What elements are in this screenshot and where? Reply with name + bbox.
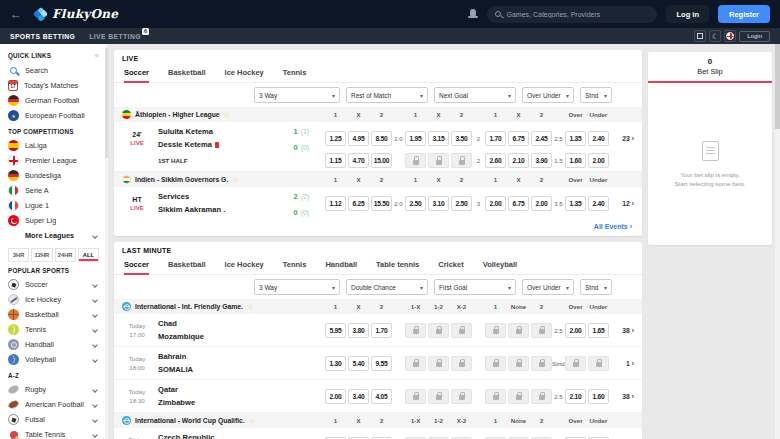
sport-american-football[interactable]: American Football (8, 397, 99, 412)
live-filter-over-under[interactable]: Over Under▾ (522, 87, 574, 103)
favorite-star-icon[interactable]: ☆ (224, 111, 231, 119)
all-events-link[interactable]: All Events › (594, 223, 632, 230)
language-flag-button[interactable] (724, 30, 736, 42)
live-tab-basketball[interactable]: Basketball (168, 64, 206, 82)
odd-button[interactable]: 3.10 (428, 196, 449, 211)
odd-button[interactable]: 2.40 (588, 131, 609, 146)
lm-tab-soccer[interactable]: Soccer (124, 256, 149, 274)
quick-link-search[interactable]: Search (8, 63, 99, 78)
odd-button[interactable]: 4.95 (348, 131, 369, 146)
global-search[interactable] (487, 6, 657, 23)
sidebar-scrollbar[interactable] (105, 44, 108, 439)
lm-tab-tennis[interactable]: Tennis (283, 256, 307, 274)
odd-button[interactable]: 1.12 (325, 196, 346, 211)
collapse-sidebar-icon[interactable]: « (95, 51, 99, 60)
team-name[interactable]: Services (158, 190, 274, 203)
odd-button[interactable]: 6.25 (348, 196, 369, 211)
competition-premier-league[interactable]: Premier League (8, 153, 99, 168)
competition-super-lig[interactable]: Super Lig (8, 213, 99, 228)
live-filter-stnd[interactable]: Stnd▾ (580, 87, 612, 103)
competition-bundesliga[interactable]: Bundesliga (8, 168, 99, 183)
notifications-bell-icon[interactable] (468, 9, 478, 19)
odd-button[interactable]: 3.50 (451, 131, 472, 146)
odd-button[interactable]: 1.70 (371, 323, 392, 338)
time-filter-all[interactable]: ALL (78, 248, 99, 262)
dark-mode-moon-icon[interactable]: ☾ (709, 30, 721, 42)
brand-logo[interactable]: FlukyOne (34, 7, 118, 21)
odd-button[interactable]: 1.60 (588, 389, 609, 404)
league-header[interactable]: Indien - Sikkim Governors G.☆1X21X21X2Ov… (114, 172, 642, 187)
fullscreen-icon[interactable] (694, 30, 706, 42)
odd-button[interactable]: 2.10 (565, 389, 586, 404)
quick-link-european-football[interactable]: European Football (8, 108, 99, 123)
odd-button[interactable]: 1.70 (485, 131, 506, 146)
odd-button[interactable]: 1.35 (565, 131, 586, 146)
lm-tab-basketball[interactable]: Basketball (168, 256, 206, 274)
sport-handball[interactable]: Handball (8, 337, 99, 352)
odd-button[interactable]: 2.00 (325, 389, 346, 404)
odd-button[interactable]: 15.50 (371, 196, 392, 211)
more-markets-link[interactable]: 23 › (609, 135, 634, 142)
live-tab-ice-hockey[interactable]: Ice Hockey (225, 64, 264, 82)
sport-table-tennis[interactable]: Table Tennis (8, 427, 99, 439)
odd-button[interactable]: 5.95 (325, 323, 346, 338)
lm-tab-volleyball[interactable]: Volleyball (483, 256, 517, 274)
team-name[interactable]: Bahrain (158, 350, 312, 363)
lm-filter-stnd[interactable]: Stnd▾ (580, 279, 612, 295)
favorite-star-icon[interactable]: ☆ (232, 176, 239, 184)
odd-button[interactable]: 2.45 (531, 131, 552, 146)
odd-button[interactable]: 3.15 (428, 131, 449, 146)
register-button[interactable]: Register (718, 5, 770, 23)
team-name[interactable]: Zimbabwe (158, 396, 312, 409)
odd-button[interactable]: 2.10 (508, 153, 529, 168)
odd-button[interactable]: 2.60 (485, 153, 506, 168)
odd-button[interactable]: 2.50 (405, 196, 426, 211)
sport-futsal[interactable]: Futsal (8, 412, 99, 427)
log-in-button[interactable]: Log in (666, 5, 709, 23)
more-markets-link[interactable]: 1 › (609, 360, 634, 367)
team-name[interactable]: Sululta Ketema (158, 125, 274, 138)
odd-button[interactable]: 5.40 (348, 356, 369, 371)
odd-button[interactable]: 1.60 (565, 153, 586, 168)
quick-link-today-s-matches[interactable]: 17Today's Matches (8, 78, 99, 93)
competition-ligue-1[interactable]: Ligue 1 (8, 198, 99, 213)
odd-button[interactable]: 2.50 (451, 196, 472, 211)
league-header[interactable]: International - Int. Friendly Game.☆1X21… (114, 299, 642, 314)
odd-button[interactable]: 1.25 (325, 131, 346, 146)
sport-ice-hockey[interactable]: Ice Hockey (8, 292, 99, 307)
bet-slip-header[interactable]: 0 Bet Slip (648, 52, 772, 83)
competition-serie-a[interactable]: Serie A (8, 183, 99, 198)
odd-button[interactable]: 2.00 (565, 323, 586, 338)
time-filter-3hr[interactable]: 3HR (8, 248, 29, 262)
sport-tennis[interactable]: Tennis (8, 322, 99, 337)
odd-button[interactable]: 4.70 (348, 153, 369, 168)
live-filter-rest-of-match[interactable]: Rest of Match▾ (346, 87, 428, 103)
odd-button[interactable]: 3.40 (348, 389, 369, 404)
odd-button[interactable]: 8.50 (371, 131, 392, 146)
lm-tab-handball[interactable]: Handball (325, 256, 357, 274)
more-leagues-button[interactable]: More Leagues (8, 228, 99, 243)
team-name[interactable]: Chad (158, 317, 312, 330)
team-name[interactable]: SOMALIA (158, 363, 312, 376)
live-filter-next-goal[interactable]: Next Goal▾ (434, 87, 516, 103)
mini-login-button[interactable]: Login (739, 31, 770, 42)
lm-filter-3-way[interactable]: 3 Way▾ (254, 279, 340, 295)
lm-filter-double-chance[interactable]: Double Chance▾ (346, 279, 428, 295)
search-input[interactable] (506, 11, 649, 18)
odd-button[interactable]: 1.15 (325, 153, 346, 168)
favorite-star-icon[interactable]: ☆ (249, 417, 256, 425)
odd-button[interactable]: 4.05 (371, 389, 392, 404)
live-tab-tennis[interactable]: Tennis (283, 64, 307, 82)
lm-tab-cricket[interactable]: Cricket (438, 256, 463, 274)
odd-button[interactable]: 1.35 (565, 196, 586, 211)
team-name[interactable]: Qatar (158, 383, 312, 396)
nav-live-betting[interactable]: LIVE BETTING6 (89, 33, 141, 40)
league-header[interactable]: Äthiopien - Higher League☆1X21X21X2OverU… (114, 107, 642, 122)
quick-link-german-football[interactable]: German Football (8, 93, 99, 108)
lm-filter-over-under[interactable]: Over Under▾ (522, 279, 574, 295)
odd-button[interactable]: 1.30 (325, 356, 346, 371)
sport-volleyball[interactable]: Volleyball (8, 352, 99, 367)
lm-tab-table-tennis[interactable]: Table tennis (376, 256, 419, 274)
more-markets-link[interactable]: 38 › (609, 327, 634, 334)
competition-laliga[interactable]: LaLiga (8, 138, 99, 153)
